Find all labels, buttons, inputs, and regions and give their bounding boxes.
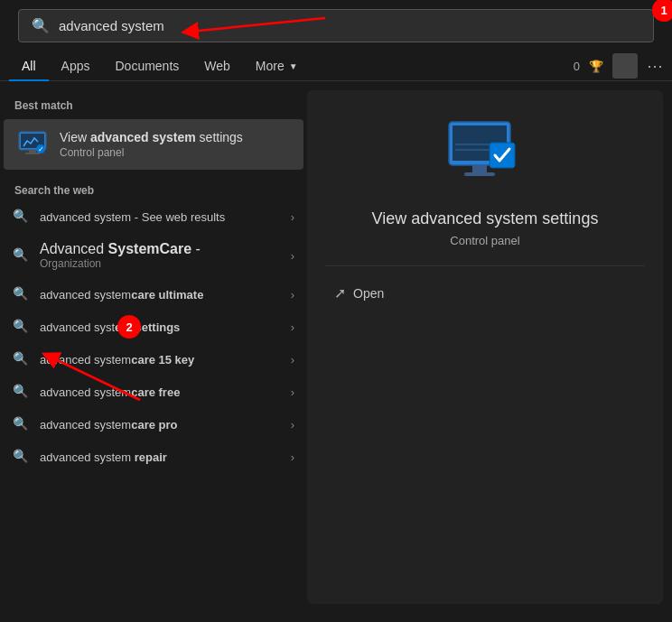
tab-documents[interactable]: Documents — [102, 51, 191, 80]
web-item-text: advanced systemcare ultimate — [40, 288, 291, 302]
chevron-right-icon: › — [291, 288, 294, 302]
annotation-2: 2 — [117, 315, 141, 339]
web-item-text: Advanced SystemCare - Organization — [40, 241, 291, 270]
search-bar: 🔍 — [18, 9, 654, 42]
more-options-icon[interactable]: ⋯ — [647, 56, 663, 76]
web-item-text: advanced systemcare free — [40, 385, 291, 399]
search-web-icon: 🔍 — [13, 416, 29, 432]
chevron-right-icon: › — [291, 320, 294, 334]
chevron-right-icon: › — [291, 385, 294, 399]
search-input[interactable] — [59, 18, 640, 33]
best-match-text: View advanced system settings Control pa… — [60, 130, 243, 159]
chevron-right-icon: › — [291, 418, 294, 432]
tab-web[interactable]: Web — [191, 51, 243, 80]
list-item[interactable]: 🔍 advanced systemcare pro › — [0, 408, 307, 441]
right-panel-title: View advanced system settings — [372, 209, 599, 228]
open-button[interactable]: ➚ Open — [325, 281, 393, 305]
search-web-icon: 🔍 — [13, 319, 29, 335]
tab-apps[interactable]: Apps — [49, 51, 103, 80]
list-item[interactable]: 🔍 advanced system repair › — [0, 441, 307, 473]
list-item[interactable]: 🔍 advanced systemcare ultimate › — [0, 278, 307, 311]
svg-rect-12 — [472, 165, 487, 172]
list-item[interactable]: 🔍 Advanced SystemCare - Organization › — [0, 233, 307, 278]
svg-rect-3 — [29, 150, 36, 153]
svg-rect-14 — [490, 143, 515, 168]
count-badge: 0 — [574, 60, 580, 73]
svg-text:✓: ✓ — [38, 145, 44, 153]
tabs-right: 0 🏆 ⋯ — [574, 53, 663, 79]
best-match-title: View advanced system settings — [60, 130, 243, 144]
search-icon: 🔍 — [32, 17, 50, 34]
search-web-icon: 🔍 — [13, 286, 29, 302]
search-web-label: Search the web — [0, 179, 307, 200]
tabs-bar: All Apps Documents Web More ▼ 0 🏆 ⋯ — [0, 51, 672, 81]
search-web-icon: 🔍 — [13, 247, 29, 264]
chevron-down-icon: ▼ — [289, 61, 298, 71]
search-web-icon: 🔍 — [13, 449, 29, 465]
avatar[interactable] — [612, 53, 638, 79]
left-panel: Best match ✓ — [0, 81, 307, 613]
chevron-right-icon: › — [291, 353, 294, 367]
best-match-item[interactable]: ✓ View advanced system settings Control … — [4, 119, 303, 170]
search-web-icon: 🔍 — [13, 351, 29, 367]
main-area: Best match ✓ — [0, 81, 672, 613]
list-item[interactable]: 🔍 advanced system - See web results › — [0, 200, 307, 233]
svg-rect-13 — [464, 172, 495, 176]
search-web-icon: 🔍 — [13, 209, 29, 225]
search-wrapper: 🔍 1 — [9, 9, 663, 42]
best-match-subtitle: Control panel — [60, 146, 243, 159]
search-web-icon: 🔍 — [13, 384, 29, 400]
tab-all[interactable]: All — [9, 51, 49, 80]
divider — [325, 265, 645, 266]
annotation-1: 1 — [652, 0, 672, 22]
right-panel: View advanced system settings Control pa… — [307, 90, 663, 604]
chevron-right-icon: › — [291, 210, 294, 224]
right-panel-subtitle: Control panel — [450, 234, 519, 247]
list-item[interactable]: 🔍 advanced systemcare 15 key › — [0, 343, 307, 376]
best-match-label: Best match — [0, 94, 307, 119]
open-link-icon: ➚ — [334, 284, 346, 302]
web-item-text: advanced system - See web results — [40, 210, 291, 224]
app-large-icon — [444, 117, 526, 190]
web-item-text: advanced system settings — [40, 320, 291, 334]
list-item[interactable]: 🔍 advanced system settings › 2 — [0, 311, 307, 343]
web-item-text: advanced systemcare pro — [40, 418, 291, 432]
web-item-text: advanced systemcare 15 key — [40, 353, 291, 367]
app-icon-area — [444, 117, 526, 193]
chevron-right-icon: › — [291, 249, 294, 263]
trophy-icon: 🏆 — [589, 60, 603, 73]
app-icon: ✓ — [16, 128, 49, 161]
monitor-icon-small: ✓ — [16, 128, 49, 161]
list-item[interactable]: 🔍 advanced systemcare free › — [0, 376, 307, 408]
open-label: Open — [353, 286, 384, 301]
chevron-right-icon: › — [291, 450, 294, 464]
web-item-text: advanced system repair — [40, 450, 291, 464]
tab-more[interactable]: More ▼ — [243, 51, 311, 80]
